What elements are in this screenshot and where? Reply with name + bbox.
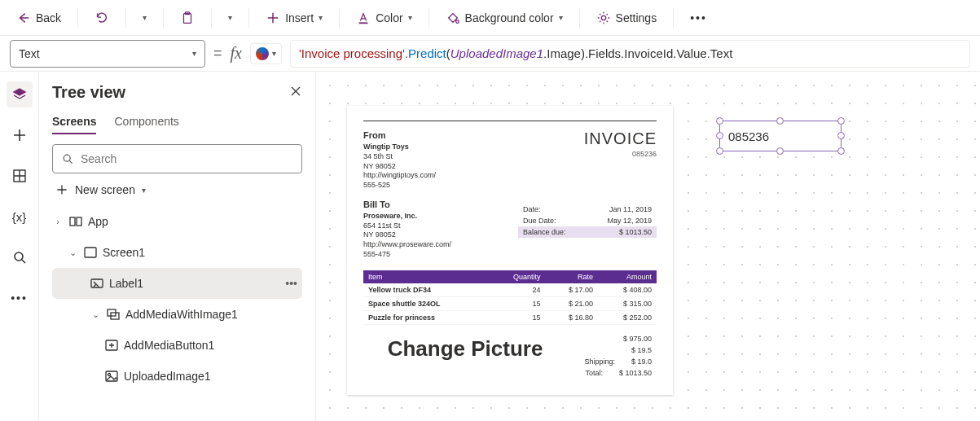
table-row: Puzzle for princess15$ 16.80$ 252.00 bbox=[363, 311, 657, 325]
rail-variables[interactable]: {x} bbox=[7, 204, 33, 230]
equals-sign: = bbox=[213, 45, 222, 62]
formula-token-fn: Predict bbox=[408, 46, 446, 60]
formula-bar: Text ▾ = fx ▾ 'Invoice processing' . Pre… bbox=[0, 36, 980, 72]
meta-label: Date: bbox=[523, 205, 541, 213]
chevron-down-icon: ▾ bbox=[272, 49, 276, 58]
separator bbox=[339, 8, 340, 28]
from-line: Wingtip Toys bbox=[363, 143, 436, 152]
new-screen-label: New screen bbox=[75, 183, 135, 196]
resize-handle[interactable] bbox=[716, 132, 723, 139]
search-icon bbox=[11, 249, 28, 265]
image-icon bbox=[104, 369, 119, 384]
tab-screens[interactable]: Screens bbox=[52, 110, 96, 134]
settings-button[interactable]: Settings bbox=[590, 7, 664, 29]
invoice-image[interactable]: From Wingtip Toys 34 5th St NY 98052 htt… bbox=[347, 106, 673, 395]
tree-node-uploadedimage[interactable]: UploadedImage1 bbox=[52, 361, 302, 392]
resize-handle[interactable] bbox=[837, 147, 845, 155]
tree-node-addmedia[interactable]: ⌄ AddMediaWithImage1 bbox=[52, 299, 302, 330]
resize-handle[interactable] bbox=[776, 117, 784, 125]
rail-data[interactable] bbox=[7, 163, 33, 189]
svg-point-3 bbox=[601, 15, 605, 20]
tree-node-screen1[interactable]: ⌄ Screen1 bbox=[52, 237, 302, 268]
node-label: Label1 bbox=[109, 277, 143, 290]
total-row: $ 975.00 bbox=[567, 333, 657, 344]
search-input[interactable] bbox=[52, 144, 302, 173]
close-icon bbox=[289, 85, 302, 98]
paste-menu[interactable]: ▾ bbox=[222, 10, 239, 25]
separator bbox=[211, 8, 212, 28]
tree-panel: Tree view Screens Components New screen … bbox=[39, 72, 316, 421]
svg-rect-8 bbox=[77, 217, 81, 226]
separator bbox=[125, 8, 126, 28]
search-field[interactable] bbox=[81, 152, 293, 165]
layers-icon bbox=[11, 86, 28, 103]
rail-insert[interactable] bbox=[7, 122, 33, 148]
resize-handle[interactable] bbox=[716, 117, 723, 125]
node-label: Screen1 bbox=[103, 246, 145, 259]
chevron-down-icon: ▾ bbox=[408, 13, 412, 22]
undo-button[interactable] bbox=[88, 7, 116, 29]
table-row: Yellow truck DF3424$ 17.00$ 408.00 bbox=[363, 283, 657, 297]
back-button[interactable]: Back bbox=[10, 7, 68, 29]
back-label: Back bbox=[36, 11, 61, 24]
bgcolor-button[interactable]: Background color ▾ bbox=[439, 7, 569, 29]
invoice-from: From Wingtip Toys 34 5th St NY 98052 htt… bbox=[363, 129, 436, 191]
canvas[interactable]: From Wingtip Toys 34 5th St NY 98052 htt… bbox=[316, 72, 980, 421]
resize-handle[interactable] bbox=[776, 147, 784, 155]
top-toolbar: Back ▾ ▾ Insert ▾ Color ▾ Background col bbox=[0, 0, 980, 36]
resize-handle[interactable] bbox=[837, 117, 845, 125]
ellipsis-icon: ••• bbox=[690, 11, 707, 24]
resize-handle[interactable] bbox=[716, 147, 723, 155]
bgcolor-label: Background color bbox=[465, 11, 554, 24]
node-more-button[interactable]: ••• bbox=[285, 277, 297, 290]
label-value: 085236 bbox=[728, 129, 769, 143]
label-icon bbox=[90, 276, 104, 291]
meta-label: Balance due: bbox=[523, 228, 566, 236]
screen-icon bbox=[83, 245, 98, 260]
from-line: 34 5th St bbox=[363, 152, 436, 162]
node-label: AddMediaButton1 bbox=[124, 339, 214, 352]
undo-icon bbox=[94, 11, 109, 25]
billto-label: Bill To bbox=[363, 199, 451, 210]
new-screen-button[interactable]: New screen ▾ bbox=[52, 173, 302, 206]
property-selector[interactable]: Text ▾ bbox=[10, 40, 205, 68]
formula-input[interactable]: 'Invoice processing' . Predict ( Uploade… bbox=[290, 40, 970, 68]
tree-node-addbutton[interactable]: AddMediaButton1 bbox=[52, 330, 302, 361]
chevron-down-icon: ⌄ bbox=[67, 248, 78, 258]
overflow-button[interactable]: ••• bbox=[683, 8, 714, 28]
rail-more[interactable]: ••• bbox=[7, 285, 33, 311]
undo-menu[interactable]: ▾ bbox=[136, 10, 153, 25]
invoice-meta: Date:Jan 11, 2019 Due Date:May 12, 2019 … bbox=[518, 204, 657, 260]
left-rail: {x} ••• bbox=[0, 72, 39, 421]
formula-token-rest: .Image).Fields.InvoiceId.Value.Text bbox=[543, 46, 732, 60]
node-label: UploadedImage1 bbox=[124, 370, 211, 383]
separator bbox=[579, 8, 580, 28]
insert-button[interactable]: Insert ▾ bbox=[259, 7, 329, 29]
rail-search[interactable] bbox=[7, 244, 33, 270]
font-color-icon bbox=[356, 11, 371, 25]
ellipsis-icon: ••• bbox=[11, 292, 28, 305]
selected-label-control[interactable]: 085236 bbox=[719, 121, 842, 151]
paste-button[interactable] bbox=[174, 7, 201, 29]
fx-icon[interactable]: fx bbox=[231, 44, 242, 63]
tree-node-label1[interactable]: Label1 ••• bbox=[52, 268, 302, 299]
from-line: 555-525 bbox=[363, 181, 436, 191]
from-line: http://wingtiptoys.com/ bbox=[363, 171, 436, 181]
grid-icon bbox=[11, 168, 28, 184]
tree-node-app[interactable]: › App bbox=[52, 206, 302, 237]
table-row: Space shuttle 324OL15$ 21.00$ 315.00 bbox=[363, 297, 657, 311]
panel-close-button[interactable] bbox=[289, 85, 302, 100]
svg-point-15 bbox=[108, 374, 111, 376]
meta-value: Jan 11, 2019 bbox=[609, 205, 652, 213]
tab-components[interactable]: Components bbox=[114, 110, 178, 134]
back-arrow-icon bbox=[16, 11, 31, 25]
rail-tree-view[interactable] bbox=[7, 81, 33, 107]
resize-handle[interactable] bbox=[837, 132, 845, 139]
meta-value: $ 1013.50 bbox=[619, 228, 652, 236]
invoice-table: Item Quantity Rate Amount Yellow truck D… bbox=[363, 270, 657, 325]
color-button[interactable]: Color ▾ bbox=[349, 7, 418, 29]
col-rate: Rate bbox=[546, 270, 598, 283]
gear-icon bbox=[596, 11, 611, 25]
copilot-chip[interactable]: ▾ bbox=[250, 43, 282, 64]
variables-icon: {x} bbox=[12, 210, 27, 224]
